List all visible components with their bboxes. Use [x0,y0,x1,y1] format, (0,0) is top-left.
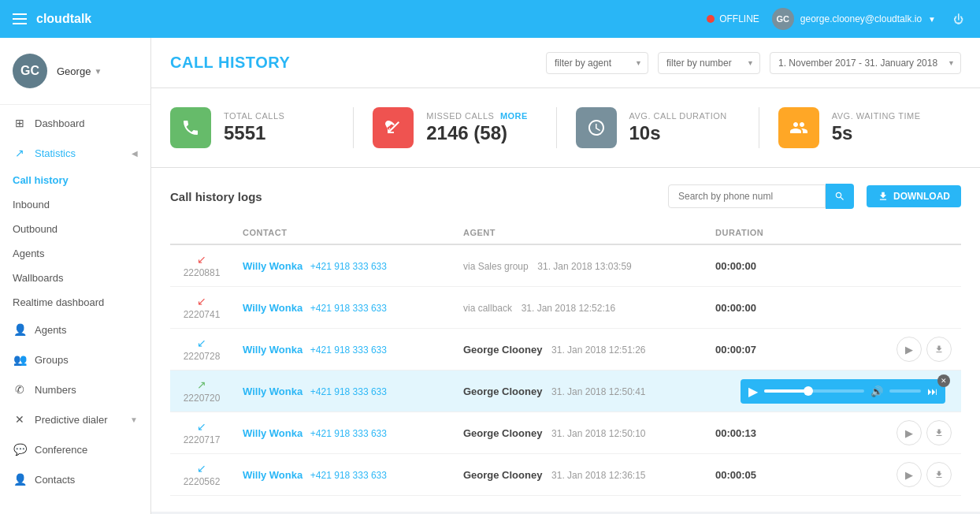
sidebar-item-numbers[interactable]: ✆ Numbers [0,374,150,404]
audio-close-button[interactable]: ✕ [937,374,950,387]
action-buttons: ▶ [841,337,952,362]
duration-cell: 00:00:00 [706,244,832,287]
sidebar-item-wallboards[interactable]: Wallboards [0,266,150,290]
col-header-agent: AGENT [454,222,706,244]
duration-cell: 00:00:00 [706,287,832,329]
stat-icon-avg-waiting [778,107,819,148]
page-title: CALL HISTORY [170,54,536,72]
stat-icon-missed-calls [373,107,414,148]
agent-cell: George Clooney 31. Jan 2018 12:50:41 [454,371,706,412]
sidebar-item-inbound[interactable]: Inbound [0,192,150,217]
duration-cell: 00:00:07 [706,329,832,371]
actions-cell: ▶ [832,454,961,496]
contact-cell: Willy Wonka +421 918 333 633 [233,454,454,496]
audio-progress-bar[interactable] [764,389,864,393]
filter-number-select[interactable]: filter by number All numbers [658,52,760,74]
download-label: DOWNLOAD [893,191,950,202]
sidebar-item-label: Conference [35,444,87,456]
table-row: ↙ 2220728 Willy Wonka +421 918 333 633 G… [170,329,961,371]
sidebar-item-agents-stat[interactable]: Agents [0,241,150,266]
stat-icon-total-calls [170,107,211,148]
sidebar-item-dashboard[interactable]: ⊞ Dashboard [0,108,150,138]
download-call-button[interactable] [926,462,952,487]
duration-value: 00:00:00 [715,260,756,272]
sidebar-item-predictive-dialer[interactable]: ✕ Predictive dialer ▼ [0,404,150,434]
table-row: ↙ 2220717 Willy Wonka +421 918 333 633 G… [170,412,961,454]
more-link[interactable]: MORE [500,111,528,121]
contact-name[interactable]: Willy Wonka [243,386,303,397]
call-id-cell: ↙ 2220717 [170,412,233,454]
audio-player[interactable]: ✕ ▶ 🔊 ⏭ [741,379,945,404]
audio-forward-button[interactable]: ⏭ [927,386,937,397]
logs-header: Call history logs DOWNLOAD [170,184,961,209]
contact-cell: Willy Wonka +421 918 333 633 [233,244,454,287]
table-header-row: CONTACT AGENT DURATION [170,222,961,244]
user-info[interactable]: GC george.clooney@cloudtalk.io ▼ [772,8,936,30]
download-call-button[interactable] [926,420,952,445]
sidebar-item-label: Realtime dashboard [13,296,104,308]
user-email: george.clooney@cloudtalk.io [800,13,922,24]
logs-title: Call history logs [170,190,659,203]
contact-name[interactable]: Willy Wonka [243,427,303,439]
sidebar-nav: ⊞ Dashboard ↗ Statistics ◀ Call history … [0,105,150,497]
contact-cell: Willy Wonka +421 918 333 633 [233,329,454,371]
stat-avg-duration: AVG. CALL DURATION 10s [556,107,759,148]
sidebar-item-groups[interactable]: 👥 Groups [0,345,150,374]
duration-value: 00:00:05 [715,469,756,481]
agent-name: George Clooney [463,469,542,481]
contact-phone[interactable]: +421 918 333 633 [310,261,387,272]
agent-name: George Clooney [463,386,542,397]
power-icon[interactable]: ⏻ [948,9,967,28]
sidebar-item-call-history[interactable]: Call history [0,168,150,192]
play-button[interactable]: ▶ [896,420,922,445]
contact-name[interactable]: Willy Wonka [243,344,303,356]
sidebar-item-agents[interactable]: 👤 Agents [0,315,150,345]
sidebar-item-realtime-dashboard[interactable]: Realtime dashboard [0,290,150,315]
search-container [668,184,854,209]
duration-value: 00:00:13 [715,427,756,439]
call-id: 2220741 [184,309,221,320]
audio-play-button[interactable]: ▶ [748,384,758,399]
col-header-id [170,222,233,244]
app-logo: cloudtalk [36,12,91,26]
sidebar-item-conference[interactable]: 💬 Conference [0,434,150,464]
filter-agent-select[interactable]: filter by agent All agents [546,52,648,74]
search-input[interactable] [668,184,826,208]
main-content: CALL HISTORY filter by agent All agents … [151,38,980,514]
stat-label-avg-duration: AVG. CALL DURATION [629,111,727,121]
call-id: 2220881 [184,267,221,278]
contact-phone[interactable]: +421 918 333 633 [310,470,387,481]
sidebar-item-label: Dashboard [35,117,85,129]
contact-phone[interactable]: +421 918 333 633 [310,303,387,314]
search-button[interactable] [826,184,854,209]
contact-phone[interactable]: +421 918 333 633 [310,345,387,356]
audio-volume-bar[interactable] [889,389,921,393]
call-arrow-inbound: ↙ [197,420,206,433]
hamburger-menu[interactable] [13,13,27,24]
play-button[interactable]: ▶ [896,462,922,487]
sidebar-item-label: Agents [35,324,66,336]
contact-name[interactable]: Willy Wonka [243,469,303,481]
sidebar-username[interactable]: George ▼ [57,65,102,77]
table-body: ↙ 2220881 Willy Wonka +421 918 333 633 v… [170,244,961,496]
play-button[interactable]: ▶ [896,337,922,362]
stat-value-avg-duration: 10s [629,122,727,144]
contact-phone[interactable]: +421 918 333 633 [310,386,387,397]
sidebar-item-contacts[interactable]: 👤 Contacts [0,464,150,494]
phone-icon: ✆ [13,382,27,397]
contact-name[interactable]: Willy Wonka [243,302,303,314]
date-range-select[interactable]: 1. November 2017 - 31. January 2018 [770,52,961,74]
contact-name[interactable]: Willy Wonka [243,260,303,272]
download-call-button[interactable] [926,337,952,362]
sidebar-item-outbound[interactable]: Outbound [0,217,150,241]
sidebar-item-statistics[interactable]: ↗ Statistics ◀ [0,138,150,168]
call-history-table-container: CONTACT AGENT DURATION ↙ 2220881 [170,222,961,496]
status-badge: OFFLINE [707,13,759,24]
audio-volume-icon[interactable]: 🔊 [870,386,883,397]
sidebar-item-label: Agents [13,248,44,259]
download-button[interactable]: DOWNLOAD [867,185,961,207]
sidebar-item-label: Numbers [35,384,76,396]
contact-cell: Willy Wonka +421 918 333 633 [233,371,454,412]
contact-phone[interactable]: +421 918 333 633 [310,428,387,439]
chart-icon: ↗ [13,146,27,160]
